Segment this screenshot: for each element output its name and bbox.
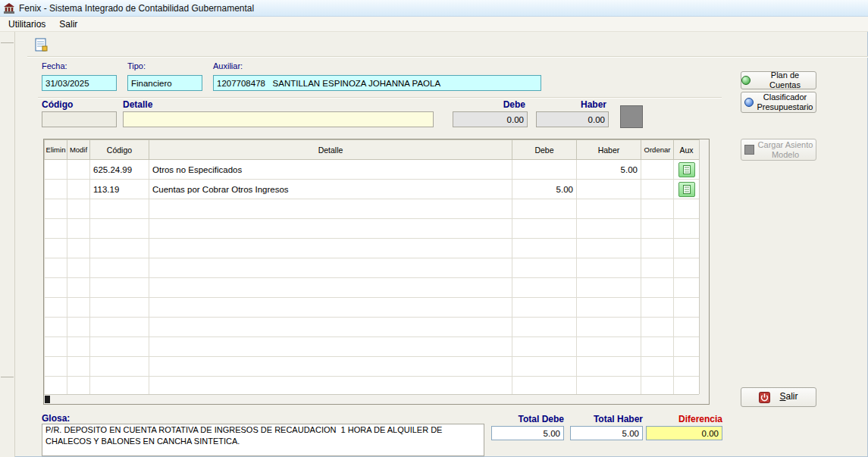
tipo-input[interactable] [127,75,202,91]
detalle-label: Detalle [123,99,152,110]
cell-modif [67,180,90,199]
total-debe-label: Total Debe [491,414,564,424]
header-elimin: Elimin [45,140,67,160]
table-row-empty[interactable] [45,377,700,396]
table-row-empty[interactable] [45,337,700,357]
cargar-asiento-modelo-button[interactable]: Cargar Asiento Modelo [741,139,816,161]
splitter-handle [1,377,14,377]
cell-detalle: Otros no Especificados [149,160,512,180]
left-panel [0,32,15,457]
glosa-textarea[interactable]: P/R. DEPOSITO EN CUENTA ROTATIVA DE INGR… [42,424,484,456]
aux-button[interactable] [678,182,695,197]
cell-ordenar [641,180,674,199]
entry-action-button[interactable] [620,105,643,128]
cell-elimin [45,180,67,199]
clasificador-presupuestario-button[interactable]: Clasificador Presupuestario [741,92,816,113]
menu-item-utilitarios[interactable]: Utilitarios [2,17,52,31]
cell-debe: 5.00 [512,180,577,199]
cell-codigo: 113.19 [90,180,149,199]
diferencia-label: Diferencia [646,414,722,424]
gray-square-icon [744,145,754,155]
cell-haber [577,180,641,199]
total-haber-label: Total Haber [570,414,643,424]
table-row-empty[interactable] [45,278,700,298]
fecha-input[interactable] [42,75,117,91]
app-window: Fenix - Sistema Integrado de Contabilida… [0,0,868,457]
menu-item-salir[interactable]: Salir [52,17,84,31]
grid-body: 625.24.99 Otros no Especificados 5.00 [45,160,700,396]
haber-entry-input[interactable] [536,111,609,127]
haber-label: Haber [536,99,606,110]
diferencia-field[interactable] [646,426,722,440]
header-detalle: Detalle [149,140,512,160]
cell-aux [674,180,700,199]
table-row[interactable]: 625.24.99 Otros no Especificados 5.00 [45,160,700,180]
document-icon [683,185,691,194]
codigo-entry-input[interactable] [42,111,117,127]
header-haber: Haber [577,140,641,160]
header-debe: Debe [512,140,577,160]
codigo-label: Código [42,99,73,110]
table-row-empty[interactable] [45,298,700,318]
table-row-empty[interactable] [45,219,700,239]
cell-haber: 5.00 [577,160,641,180]
toolbar-separator [27,56,868,58]
cell-ordenar [641,160,674,180]
cell-detalle: Cuentas por Cobrar Otros Ingresos [149,180,512,199]
new-voucher-icon[interactable] [33,37,49,52]
cell-modif [67,160,90,180]
scrollbar-thumb[interactable] [45,396,50,403]
header-ordenar: Ordenar [641,140,674,160]
auxiliar-label: Auxiliar: [213,61,243,70]
titlebar: Fenix - Sistema Integrado de Contabilida… [0,0,868,17]
header-aux: Aux [674,140,700,160]
window-title: Fenix - Sistema Integrado de Contabilida… [19,3,254,14]
scrollbar-corner [699,394,709,404]
table-row-empty[interactable] [45,357,700,377]
document-icon [683,165,691,174]
power-icon [759,392,770,403]
cell-codigo: 625.24.99 [90,160,149,180]
header-modif: Modif [67,140,90,160]
table-row[interactable]: 113.19 Cuentas por Cobrar Otros Ingresos… [45,180,700,199]
cell-debe [512,160,577,180]
debe-label: Debe [453,99,525,110]
fecha-label: Fecha: [42,61,67,70]
glosa-label: Glosa: [42,413,70,424]
total-debe-field[interactable] [491,426,564,440]
cell-aux [674,160,700,180]
splitter-handle [1,42,14,43]
section-separator [38,97,722,99]
debe-entry-input[interactable] [453,111,528,127]
table-row-empty[interactable] [45,318,700,337]
menubar: Utilitarios Salir [0,17,868,32]
vertical-scrollbar[interactable] [699,139,709,394]
table-row-empty[interactable] [45,239,700,258]
plan-de-cuentas-button[interactable]: Plan de Cuentas [741,71,816,89]
auxiliar-input[interactable] [213,75,541,91]
total-haber-field[interactable] [570,426,643,440]
header-codigo: Código [90,140,149,160]
horizontal-scrollbar[interactable] [44,394,699,404]
cell-elimin [45,160,67,180]
salir-button[interactable]: Salir [741,387,816,407]
tipo-label: Tipo: [127,61,146,70]
table-row-empty[interactable] [45,258,700,278]
detalle-entry-input[interactable] [123,111,434,127]
grid-header-row: Elimin Modif Código Detalle Debe Haber O… [45,140,700,160]
entries-grid: Elimin Modif Código Detalle Debe Haber O… [43,139,710,405]
globe-green-icon [741,76,750,85]
table-row-empty[interactable] [45,199,700,219]
aux-button[interactable] [678,162,695,177]
entries-table: Elimin Modif Código Detalle Debe Haber O… [44,139,700,396]
globe-blue-icon [744,98,754,107]
app-icon [3,2,15,14]
